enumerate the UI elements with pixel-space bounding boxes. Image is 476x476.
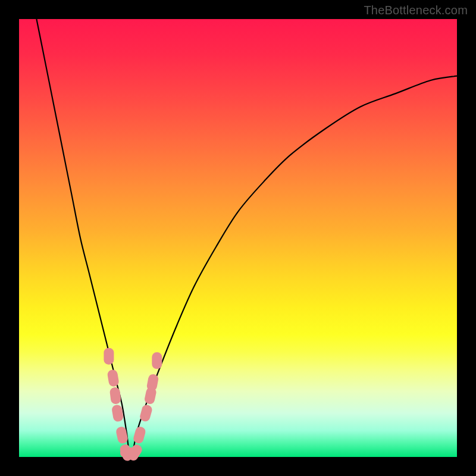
marker [152, 352, 162, 369]
plot-area [19, 19, 457, 457]
marker [146, 374, 159, 392]
bottleneck-curve [36, 19, 457, 457]
marker [107, 369, 120, 387]
marker [109, 387, 121, 405]
marker [115, 426, 129, 444]
curve-layer [19, 19, 457, 457]
marker [104, 348, 114, 365]
watermark-text: TheBottleneck.com [364, 4, 468, 17]
chart-frame: TheBottleneck.com [0, 0, 476, 476]
